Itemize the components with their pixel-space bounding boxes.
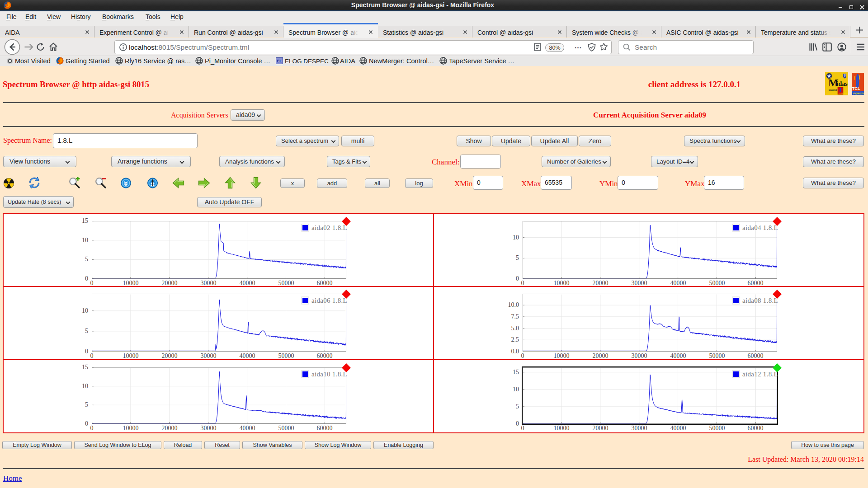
svg-text:TCL: TCL (852, 86, 860, 91)
svg-text:POWERED: POWERED (839, 93, 847, 94)
svg-text:idas: idas (837, 80, 848, 87)
svg-text:POWERED: POWERED (853, 92, 864, 95)
